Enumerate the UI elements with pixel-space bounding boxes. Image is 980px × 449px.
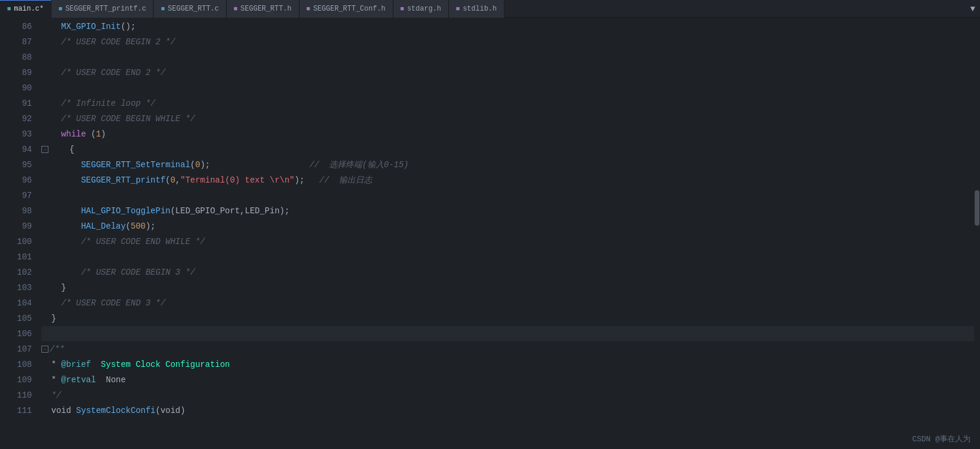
tab-stdlib-h[interactable]: ■stdlib.h xyxy=(449,0,504,18)
token-plain: None xyxy=(96,372,125,388)
line-number: 94⊟ xyxy=(0,142,32,157)
line-number: 107⊟ xyxy=(0,341,32,357)
code-line: } xyxy=(41,280,980,295)
token-plain xyxy=(304,173,319,188)
code-line xyxy=(41,326,980,341)
token-comment: // 选择终端(输入0-15) xyxy=(310,157,409,173)
line-number: 89 xyxy=(0,65,32,80)
token-plain xyxy=(41,203,81,219)
token-fn: HAL_Delay xyxy=(81,219,126,234)
tab-stdarg-h[interactable]: ■stdarg.h xyxy=(393,0,449,18)
fold-box[interactable]: - xyxy=(41,346,48,353)
tab-SEGGER-RTT-c[interactable]: ■SEGGER_RTT.c xyxy=(154,0,226,18)
token-plain xyxy=(41,126,61,142)
scrollbar[interactable] xyxy=(974,18,980,449)
token-plain xyxy=(41,403,51,418)
line-number: 95 xyxy=(0,157,32,173)
line-number: 101 xyxy=(0,249,32,265)
token-plain xyxy=(41,111,61,126)
token-comment: /* USER CODE END WHILE */ xyxy=(81,234,205,249)
line-number: 92 xyxy=(0,111,32,126)
file-icon: ■ xyxy=(58,5,63,12)
line-number: 111 xyxy=(0,403,32,418)
token-plain xyxy=(41,265,81,280)
code-line: /* USER CODE END 3 */ xyxy=(41,295,980,311)
line-number: 98 xyxy=(0,203,32,219)
line-number: 87 xyxy=(0,34,32,50)
tab-bar: ■main.c*■SEGGER_RTT_printf.c■SEGGER_RTT.… xyxy=(0,0,980,18)
token-plain: * xyxy=(41,372,61,388)
tab-label: main.c* xyxy=(14,5,44,13)
line-numbers: 868788899091929394⊟959697989910010110210… xyxy=(0,18,37,449)
tab-SEGGER-RTT-printf-c[interactable]: ■SEGGER_RTT_printf.c xyxy=(51,0,154,18)
tab-main-c-[interactable]: ■main.c* xyxy=(0,0,51,18)
token-punct: ( xyxy=(126,219,131,234)
code-container: 868788899091929394⊟959697989910010110210… xyxy=(0,18,980,449)
line-number: 97 xyxy=(0,188,32,203)
line-number: 108 xyxy=(0,357,32,372)
code-line: * @brief System Clock Configuration xyxy=(41,357,980,372)
token-comment: /* USER CODE BEGIN WHILE */ xyxy=(61,111,196,126)
token-punct: ( xyxy=(170,203,175,219)
token-plain: * xyxy=(41,357,61,372)
token-comment-green: System Clock Configuration xyxy=(91,357,230,372)
token-punct: ); xyxy=(145,219,155,234)
line-number: 99 xyxy=(0,219,32,234)
token-plain: } xyxy=(41,311,56,326)
token-comment: /* USER CODE BEGIN 3 */ xyxy=(81,265,195,280)
code-line xyxy=(41,188,980,203)
file-icon: ■ xyxy=(161,5,165,12)
code-line: HAL_GPIO_TogglePin(LED_GPIO_Port,LED_Pin… xyxy=(41,203,980,219)
token-fn: SEGGER_RTT_printf xyxy=(81,173,165,188)
watermark: CSDN @事在人为 xyxy=(912,434,971,444)
code-line: HAL_Delay(500); xyxy=(41,219,980,234)
fold-box[interactable]: - xyxy=(41,146,48,153)
token-plain xyxy=(41,157,81,173)
code-line xyxy=(41,80,980,96)
code-line: * @retval None xyxy=(41,372,980,388)
token-punct: ( xyxy=(190,157,195,173)
token-plain: LED_GPIO_Port xyxy=(175,203,240,219)
scrollbar-thumb[interactable] xyxy=(975,190,979,226)
line-number: 106 xyxy=(0,326,32,341)
token-comment: /* Infinite loop */ xyxy=(61,96,156,111)
tab-label: stdlib.h xyxy=(463,5,497,13)
code-line: /* USER CODE BEGIN WHILE */ xyxy=(41,111,980,126)
tab-label: SEGGER_RTT.h xyxy=(240,5,291,13)
line-number: 104 xyxy=(0,295,32,311)
token-punct: ); xyxy=(279,203,289,219)
tab-dropdown-button[interactable]: ▼ xyxy=(971,4,980,14)
token-punct: ( xyxy=(155,403,160,418)
file-icon: ■ xyxy=(401,5,405,12)
code-line: /* USER CODE END WHILE */ xyxy=(41,234,980,249)
line-number: 105 xyxy=(0,311,32,326)
tab-SEGGER-RTT-Conf-h[interactable]: ■SEGGER_RTT_Conf.h xyxy=(299,0,393,18)
token-plain xyxy=(41,65,61,80)
token-plain xyxy=(41,96,61,111)
editor: 868788899091929394⊟959697989910010110210… xyxy=(0,18,980,449)
line-number: 91 xyxy=(0,96,32,111)
token-punct: ); xyxy=(200,157,210,173)
code-line: MX_GPIO_Init(); xyxy=(41,19,980,34)
file-icon: ■ xyxy=(307,5,311,12)
token-punct: ( xyxy=(165,173,170,188)
line-number: 103 xyxy=(0,280,32,295)
token-fn: SystemClockConfi xyxy=(76,403,155,418)
token-plain xyxy=(41,19,61,34)
token-punct: ) xyxy=(180,403,185,418)
token-plain: LED_Pin xyxy=(245,203,279,219)
token-num: 1 xyxy=(96,126,100,142)
token-comment: /* USER CODE END 2 */ xyxy=(61,65,165,80)
token-plain: void xyxy=(51,403,76,418)
token-plain xyxy=(41,388,51,403)
tab-SEGGER-RTT-h[interactable]: ■SEGGER_RTT.h xyxy=(227,0,299,18)
token-plain: ) xyxy=(101,126,106,142)
code-line: /* Infinite loop */ xyxy=(41,96,980,111)
token-plain: { xyxy=(50,142,74,157)
token-kw: while xyxy=(61,126,86,142)
token-punct: ); xyxy=(295,173,305,188)
code-line: /* USER CODE BEGIN 2 */ xyxy=(41,34,980,50)
token-punct: , xyxy=(175,173,180,188)
line-number: 88 xyxy=(0,50,32,65)
token-plain xyxy=(41,173,81,188)
